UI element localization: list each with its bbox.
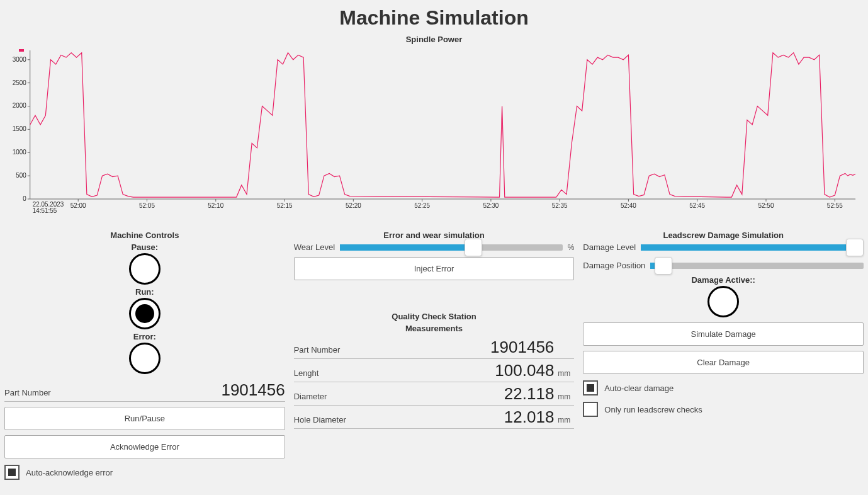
damage-position-slider[interactable] [650, 263, 864, 269]
quality-row-label: Hole Diameter [294, 415, 346, 424]
auto-acknowledge-checkbox[interactable] [4, 465, 20, 480]
quality-row: Lenght100.048mm [294, 359, 575, 382]
machine-controls-title: Machine Controls [4, 230, 285, 240]
quality-row-label: Part Number [294, 345, 341, 355]
quality-row-unit: mm [558, 369, 574, 378]
quality-row-value: 1901456 [340, 338, 554, 357]
svg-text:1500: 1500 [13, 125, 27, 132]
svg-text:52:20: 52:20 [346, 202, 361, 209]
svg-text:3000: 3000 [13, 56, 27, 63]
machine-controls-panel: Machine Controls Pause: Run: Error: Part… [4, 230, 285, 480]
auto-clear-checkbox[interactable] [583, 380, 598, 395]
svg-text:52:10: 52:10 [208, 202, 223, 209]
wear-level-slider[interactable] [340, 244, 562, 251]
error-indicator[interactable] [129, 343, 161, 374]
quality-row: Diameter22.118mm [294, 382, 575, 406]
svg-text:52:15: 52:15 [277, 202, 293, 209]
svg-text:52:55: 52:55 [827, 202, 843, 209]
svg-text:1000: 1000 [13, 149, 27, 156]
error-label: Error: [4, 332, 285, 341]
quality-row: Hole Diameter12.018mm [294, 406, 575, 429]
damage-active-label: Damage Active:: [583, 275, 864, 285]
svg-text:14:51:55: 14:51:55 [33, 207, 57, 214]
quality-row-unit: mm [558, 392, 574, 401]
svg-text:500: 500 [16, 172, 26, 179]
quality-row-value: 22.118 [327, 384, 554, 404]
auto-clear-label: Auto-clear damage [604, 384, 674, 393]
damage-active-indicator[interactable] [707, 286, 739, 317]
svg-text:52:30: 52:30 [483, 202, 499, 209]
run-pause-button[interactable]: Run/Pause [4, 407, 285, 430]
only-leadscrew-label: Only run leadscrew checks [604, 405, 702, 414]
quality-title: Quality Check Station [294, 312, 575, 321]
svg-text:2500: 2500 [13, 79, 27, 86]
quality-row-value: 100.048 [318, 361, 554, 380]
svg-text:52:40: 52:40 [621, 202, 636, 209]
page-title: Machine Simulation [3, 6, 865, 30]
quality-row: Part Number1901456 [294, 336, 575, 359]
acknowledge-error-button[interactable]: Acknowledge Error [4, 435, 285, 458]
svg-text:52:25: 52:25 [414, 202, 430, 209]
svg-text:52:00: 52:00 [70, 202, 86, 209]
run-indicator[interactable] [129, 298, 161, 329]
leadscrew-panel: Leadscrew Damage Simulation Damage Level… [583, 230, 864, 480]
svg-text:52:35: 52:35 [552, 202, 568, 209]
chart-title: Spindle Power [3, 35, 865, 44]
svg-text:2000: 2000 [13, 102, 27, 109]
only-leadscrew-checkbox[interactable] [583, 402, 598, 417]
quality-check-panel: Quality Check Station Measurements Part … [294, 312, 575, 429]
inject-error-button[interactable]: Inject Error [294, 257, 575, 280]
part-number-label: Part Number [4, 388, 51, 397]
simulate-damage-button[interactable]: Simulate Damage [583, 322, 864, 346]
pause-label: Pause: [4, 242, 285, 252]
quality-subtitle: Measurements [294, 324, 575, 333]
spindle-power-chart: 05001000150020002500300022.05.202314:51:… [6, 48, 862, 218]
error-wear-panel: Error and wear simulation Wear Level % I… [294, 230, 575, 480]
legend-swatch [19, 49, 24, 52]
damage-level-label: Damage Level [583, 242, 636, 252]
wear-level-label: Wear Level [294, 242, 335, 252]
auto-acknowledge-label: Auto-acknowledge error [26, 468, 113, 477]
damage-level-slider[interactable] [641, 244, 864, 251]
quality-row-value: 12.018 [346, 407, 555, 427]
damage-position-label: Damage Position [583, 261, 645, 270]
pause-indicator[interactable] [129, 253, 161, 285]
svg-text:52:05: 52:05 [139, 202, 155, 209]
quality-row-label: Lenght [294, 368, 319, 378]
clear-damage-button[interactable]: Clear Damage [583, 351, 864, 374]
svg-text:0: 0 [23, 195, 26, 202]
wear-unit: % [568, 243, 575, 252]
quality-row-unit: mm [558, 416, 574, 424]
error-wear-title: Error and wear simulation [294, 230, 575, 240]
part-number-value: 1901456 [51, 380, 285, 400]
quality-row-label: Diameter [294, 392, 327, 401]
svg-text:52:50: 52:50 [758, 202, 774, 209]
svg-text:52:45: 52:45 [689, 202, 705, 209]
run-label: Run: [4, 287, 285, 297]
leadscrew-title: Leadscrew Damage Simulation [583, 230, 864, 240]
